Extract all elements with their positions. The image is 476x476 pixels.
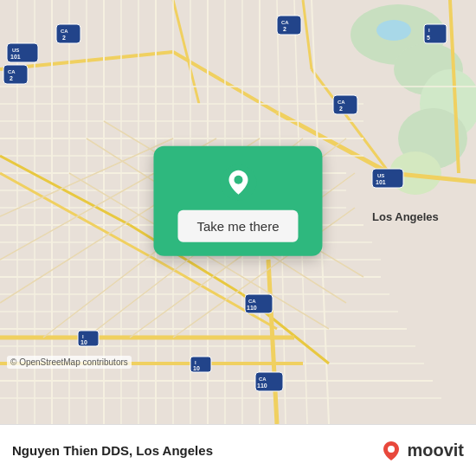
svg-text:5: 5 [427,35,430,41]
svg-rect-79 [333,95,357,114]
place-name: Nguyen Thien DDS, Los Angeles [12,443,213,458]
svg-text:2: 2 [62,35,66,41]
map-container: US 101 CA 2 CA 2 CA 2 I 5 US 101 I 10 I … [0,0,476,424]
svg-text:2: 2 [283,26,286,32]
svg-text:CA: CA [8,69,16,74]
take-me-there-button[interactable]: Take me there [177,210,298,242]
svg-text:CA: CA [248,299,256,304]
popup-card: Take me there [153,146,322,256]
svg-point-106 [234,176,242,184]
svg-text:2: 2 [339,106,343,112]
svg-text:110: 110 [247,305,257,311]
map-attribution: © OpenStreetMap contributors [7,356,132,369]
svg-text:US: US [12,48,19,53]
svg-text:Los Angeles: Los Angeles [372,210,439,223]
svg-rect-76 [277,16,301,35]
svg-text:10: 10 [80,339,87,345]
svg-text:110: 110 [257,383,267,389]
svg-point-107 [388,446,395,453]
location-pin-icon [219,164,257,202]
svg-text:2: 2 [10,75,13,81]
svg-text:101: 101 [10,54,21,60]
svg-rect-73 [56,24,80,43]
svg-text:CA: CA [259,376,267,382]
svg-text:10: 10 [193,365,200,371]
svg-text:CA: CA [61,29,68,34]
svg-rect-100 [3,65,28,84]
moovit-pin-icon [379,439,403,463]
moovit-brand-text: moovit [407,441,464,460]
svg-text:101: 101 [376,179,386,185]
svg-point-6 [376,20,411,41]
svg-text:US: US [377,173,384,178]
place-info: Nguyen Thien DDS, Los Angeles [12,443,213,458]
svg-text:CA: CA [281,20,289,25]
moovit-logo: moovit [379,439,464,463]
bottom-bar: Nguyen Thien DDS, Los Angeles moovit [0,424,476,476]
svg-text:CA: CA [338,100,345,105]
